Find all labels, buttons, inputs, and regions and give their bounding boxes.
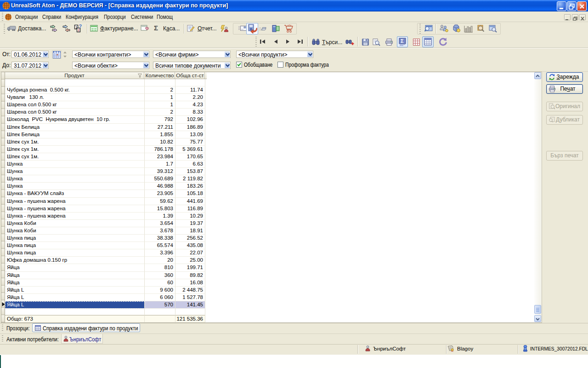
svg-text:Σ: Σ [401,38,404,44]
svg-text:?: ? [79,24,82,29]
